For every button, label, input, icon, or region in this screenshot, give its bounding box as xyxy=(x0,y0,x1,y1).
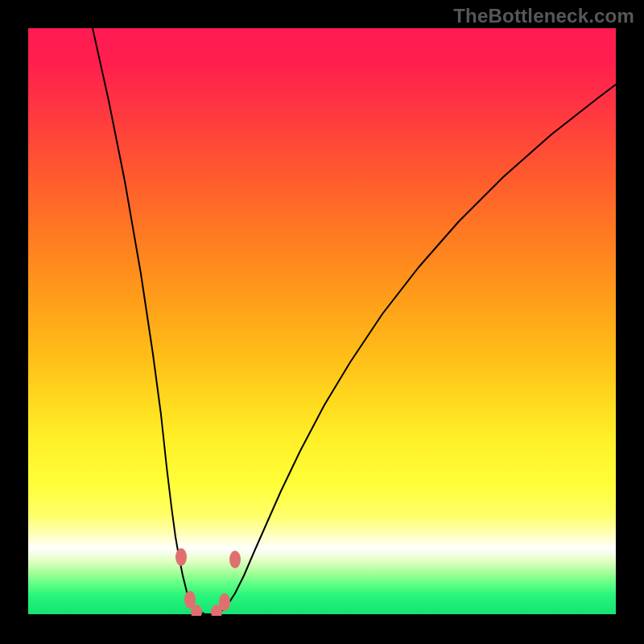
watermark-label: TheBottleneck.com xyxy=(453,5,634,27)
chart-frame: TheBottleneck.com xyxy=(0,0,644,644)
plot-area xyxy=(28,28,616,616)
gradient-background xyxy=(28,28,616,616)
marker-right-upper xyxy=(229,551,241,568)
marker-right-lower xyxy=(219,593,230,611)
marker-left-upper xyxy=(175,548,187,566)
plot-svg xyxy=(28,28,616,616)
